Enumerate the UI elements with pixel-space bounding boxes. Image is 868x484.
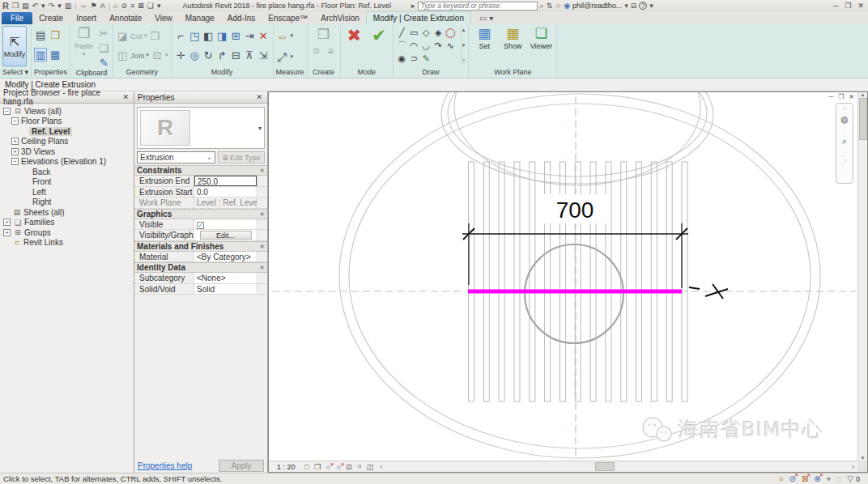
draw-spline-icon[interactable]: ∿ bbox=[447, 40, 454, 51]
draw-polygon-circumscribed-icon[interactable]: ◈ bbox=[435, 28, 441, 38]
search-input[interactable] bbox=[418, 2, 538, 11]
draw-arc-start-end-icon[interactable]: ⌒ bbox=[398, 40, 406, 52]
section-collapse-icon[interactable]: ∗ bbox=[259, 243, 265, 250]
select-elements-by-face-icon[interactable]: ⌖ bbox=[827, 474, 832, 484]
type-selector-combo[interactable]: Extrusion ⌄ bbox=[137, 151, 215, 163]
draw-area[interactable]: 700 海南省BIM中心 bbox=[269, 92, 857, 461]
drawing-canvas[interactable]: ─ ❐ ✕ bbox=[268, 91, 868, 473]
section-constraints[interactable]: Constraints∗ bbox=[134, 165, 267, 176]
redo-icon[interactable]: ↷ bbox=[49, 2, 55, 10]
tree-item-right[interactable]: Right bbox=[0, 197, 134, 208]
show-work-plane-button[interactable]: ▦ Show bbox=[500, 26, 525, 51]
tree-expander-icon[interactable]: − bbox=[11, 117, 19, 125]
solid-void-input[interactable]: Solid bbox=[194, 284, 257, 295]
filter-icon[interactable]: ▽ bbox=[847, 474, 853, 483]
rotate-icon[interactable]: ↻ bbox=[202, 49, 215, 62]
exchange-apps-icon[interactable]: ⊟ bbox=[631, 2, 637, 10]
paste-dropdown-icon[interactable]: ▾ bbox=[83, 51, 86, 57]
tree-expander-icon[interactable]: + bbox=[11, 148, 19, 155]
grill-slat[interactable] bbox=[651, 162, 657, 401]
tag-icon[interactable]: ⚑ bbox=[91, 2, 97, 10]
mirror-pick-axis-icon[interactable]: ◧ bbox=[202, 30, 215, 42]
grill-slat[interactable] bbox=[636, 162, 642, 401]
split-icon[interactable]: ⊟ bbox=[229, 49, 242, 62]
section-materials[interactable]: Materials and Finishes∗ bbox=[134, 241, 267, 252]
grill-slat[interactable] bbox=[483, 162, 489, 401]
project-browser-close-icon[interactable]: ✕ bbox=[121, 93, 130, 101]
extrusion-end-input[interactable]: 250.0 bbox=[194, 176, 257, 186]
drag-elements-on-selection-icon[interactable]: ◌ bbox=[836, 474, 841, 483]
pick-lines-icon[interactable]: ✎ bbox=[423, 53, 430, 64]
section-graphics[interactable]: Graphics∗ bbox=[134, 209, 267, 219]
properties-close-icon[interactable]: ✕ bbox=[254, 93, 264, 101]
tab-add-ins[interactable]: Add-Ins bbox=[221, 12, 262, 24]
extrusion-start-input[interactable]: 0.0 bbox=[194, 187, 257, 197]
create-group-icon[interactable]: ❒ bbox=[317, 26, 330, 43]
scroll-up-icon[interactable]: ▲ bbox=[861, 92, 866, 97]
wall-joins-icon[interactable]: ⊡ bbox=[151, 49, 164, 62]
draw-line-icon[interactable]: ╱ bbox=[399, 28, 405, 38]
tree-item-views[interactable]: −⊡Views (all) bbox=[0, 106, 134, 117]
draw-expand-icon[interactable]: ▿ bbox=[462, 57, 466, 64]
draw-circle-icon[interactable]: ◯ bbox=[445, 28, 455, 38]
ribbon-display-toggle-icon[interactable]: ▭ ▾ bbox=[476, 12, 496, 24]
finish-edit-mode-button[interactable]: ✔ bbox=[368, 26, 390, 45]
select-links-icon[interactable]: ⊘✕ bbox=[789, 474, 796, 483]
edit-type-button[interactable]: ⊞ Edit Type bbox=[218, 151, 265, 163]
favorites-star-icon[interactable]: ☆ bbox=[555, 2, 561, 10]
work-plane-viewer-button[interactable]: ❏ Viewer bbox=[528, 26, 554, 51]
draw-scroll-up-icon[interactable]: ▴ bbox=[462, 27, 466, 33]
detail-level-icon[interactable]: ❒ bbox=[313, 463, 323, 471]
delete-icon[interactable]: ✕ bbox=[257, 30, 270, 42]
view-scale-button[interactable]: 1 : 20 bbox=[269, 463, 302, 471]
section-collapse-icon[interactable]: ∗ bbox=[259, 264, 265, 271]
material-input[interactable]: <By Category> bbox=[194, 252, 257, 262]
modify-tool-button[interactable]: ⇱ Modify bbox=[2, 26, 27, 66]
paste-button[interactable]: ❐ Paste ▾ bbox=[73, 26, 95, 58]
draw-ellipse-icon[interactable]: ◉ bbox=[398, 53, 406, 64]
view-minimize-icon[interactable]: ─ bbox=[828, 93, 833, 100]
section-icon[interactable]: ⊘ bbox=[121, 2, 127, 10]
restore-button[interactable]: ❐ bbox=[845, 2, 851, 10]
tree-item-elevations[interactable]: −Elevations (Elevation 1) bbox=[0, 157, 134, 168]
worksets-icon[interactable]: ⌗ bbox=[779, 474, 784, 484]
tab-insert[interactable]: Insert bbox=[70, 12, 103, 24]
tab-view[interactable]: View bbox=[148, 12, 179, 24]
tree-expander-icon[interactable]: − bbox=[3, 108, 11, 115]
signed-in-account[interactable]: phil@readtho... bbox=[572, 2, 622, 10]
visual-style-icon[interactable]: □ bbox=[302, 463, 313, 471]
cancel-edit-mode-button[interactable]: ✖ bbox=[343, 26, 366, 45]
search-flyout-icon[interactable]: ▸ bbox=[411, 2, 415, 10]
tree-item-families[interactable]: +❑Families bbox=[0, 218, 134, 228]
type-selector-preview[interactable]: R ▾ bbox=[137, 107, 265, 149]
grill-slat[interactable] bbox=[499, 162, 504, 401]
shadows-icon[interactable]: ☼✕ bbox=[334, 463, 344, 471]
section-identity-data[interactable]: Identity Data∗ bbox=[134, 262, 267, 273]
open-icon[interactable]: ❒ bbox=[12, 2, 19, 10]
select-underlay-elements-icon[interactable]: ⊠✕ bbox=[802, 474, 808, 483]
tab-archvision[interactable]: ArchVision bbox=[314, 12, 366, 24]
crop-view-icon[interactable]: ⊡ bbox=[344, 463, 355, 471]
tree-item-ceiling-plans[interactable]: +Ceiling Plans bbox=[0, 137, 134, 147]
tree-item-groups[interactable]: +⊞Groups bbox=[0, 227, 134, 238]
draw-polygon-inscribed-icon[interactable]: ◇ bbox=[423, 28, 429, 38]
help-dropdown-icon[interactable]: ▾ bbox=[649, 2, 653, 10]
tab-annotate[interactable]: Annotate bbox=[103, 12, 148, 24]
model-view-svg[interactable]: 700 bbox=[269, 92, 857, 461]
draw-partial-ellipse-icon[interactable]: ⊃ bbox=[411, 53, 418, 64]
tab-enscape[interactable]: Enscape™ bbox=[262, 12, 314, 24]
tree-item-revit-links[interactable]: ⊂Revit Links bbox=[0, 238, 134, 248]
zoom-icon[interactable]: ⌕ bbox=[842, 136, 847, 146]
tree-item-left[interactable]: Left bbox=[0, 187, 134, 197]
section-collapse-icon[interactable]: ∗ bbox=[259, 167, 265, 174]
vertical-scroll-thumb[interactable] bbox=[859, 98, 867, 140]
tree-item-sheets[interactable]: ▤Sheets (all) bbox=[0, 207, 134, 218]
aligned-dimension-icon[interactable]: ⇔ bbox=[80, 2, 87, 10]
tree-item-ref-level[interactable]: Ref. Level bbox=[0, 126, 134, 137]
dimension-value[interactable]: 700 bbox=[556, 197, 594, 223]
tree-expander-icon[interactable]: + bbox=[3, 219, 11, 226]
center-circle[interactable] bbox=[525, 244, 623, 343]
customize-qat-icon[interactable]: ▾ bbox=[157, 2, 161, 10]
dimension-button[interactable]: ⤢▾ bbox=[276, 47, 294, 66]
tree-item-back[interactable]: Back bbox=[0, 167, 134, 177]
